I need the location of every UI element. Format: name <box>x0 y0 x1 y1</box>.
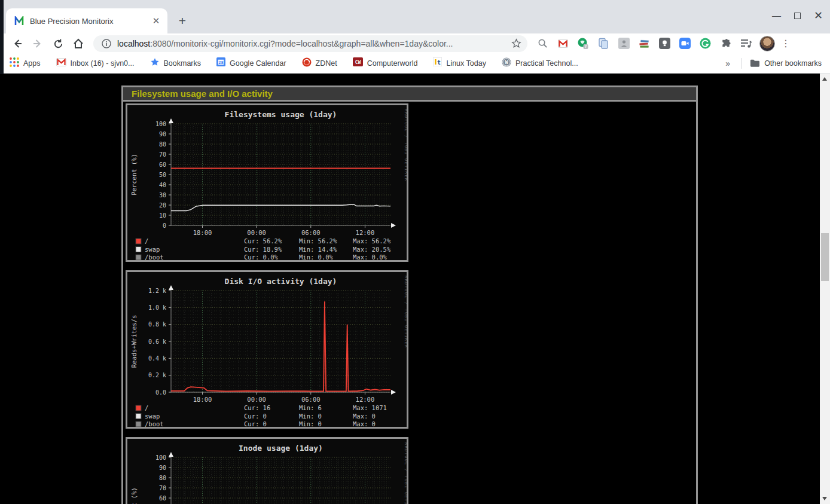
profile-avatar[interactable] <box>759 36 775 51</box>
bookmarks-overflow-icon[interactable]: » <box>725 59 730 68</box>
svg-text:70: 70 <box>159 151 166 158</box>
tab-title: Blue Precision Monitorix <box>30 17 151 26</box>
bookmark-label: Linux Today <box>446 59 486 68</box>
bookmark-item-cw[interactable]: CWComputerworld <box>353 57 418 69</box>
svg-text:RRDTOOL / TOBI OETIKER: RRDTOOL / TOBI OETIKER <box>404 109 407 181</box>
svg-text:06:00: 06:00 <box>301 229 321 236</box>
search-extension-icon[interactable] <box>536 37 549 50</box>
bookmark-item-zdnet[interactable]: ZDNet <box>302 57 337 69</box>
bookmarks-bar: AppsInbox (16) - sjvn0...Bookmarks28Goog… <box>0 53 830 74</box>
chart-panel-0[interactable]: 100908070605040302010018:0000:0006:0012:… <box>126 103 408 262</box>
chart-panel-1[interactable]: 1.2 k1.0 k0.8 k0.6 k0.4 k0.2 k0.018:0000… <box>126 270 408 429</box>
svg-text:0.4 k: 0.4 k <box>148 355 166 362</box>
bookmark-item-wordpress[interactable]: WPractical Technol... <box>502 57 578 69</box>
minimize-button[interactable]: — <box>772 11 781 20</box>
gmail-extension-icon[interactable] <box>556 37 569 50</box>
svg-text:12:00: 12:00 <box>356 229 375 236</box>
svg-text:swap: swap <box>145 413 160 420</box>
svg-text:Inode usage (1day): Inode usage (1day) <box>239 444 323 453</box>
svg-text:/: / <box>145 237 148 245</box>
svg-text:/boot: /boot <box>145 420 164 427</box>
chart-svg-2[interactable]: 100908070605040302010018:0000:0006:0012:… <box>127 439 407 504</box>
copy-extension-icon[interactable] <box>597 37 610 50</box>
svg-text:t: t <box>437 59 441 66</box>
bookmark-item-linuxtoday[interactable]: tLinux Today <box>433 57 486 69</box>
svg-text:RRDTOOL / TOBI OETIKER: RRDTOOL / TOBI OETIKER <box>404 442 407 504</box>
chart-svg-1[interactable]: 1.2 k1.0 k0.8 k0.6 k0.4 k0.2 k0.018:0000… <box>127 272 407 427</box>
page-content: Filesystem usage and I/O activity1009080… <box>0 74 830 504</box>
page-info-icon[interactable] <box>102 39 111 48</box>
svg-text:1.0 k: 1.0 k <box>148 304 166 311</box>
svg-text:/: / <box>145 404 148 411</box>
window-edge <box>0 0 4 74</box>
svg-text:Cur: 56.2%: Cur: 56.2% <box>244 237 282 245</box>
svg-text:Max: 0: Max: 0 <box>353 420 376 427</box>
svg-text:0.0: 0.0 <box>155 389 166 396</box>
svg-text:90: 90 <box>159 131 166 138</box>
svg-text:12:00: 12:00 <box>356 396 375 403</box>
browser-tab[interactable]: Blue Precision Monitorix ✕ <box>6 8 167 33</box>
bookmark-item-gmail[interactable]: Inbox (16) - sjvn0... <box>56 58 135 69</box>
svg-text:Min: 56.2%: Min: 56.2% <box>299 237 337 245</box>
puzzle-extension-icon[interactable] <box>719 37 732 50</box>
vertical-scrollbar[interactable] <box>820 74 830 504</box>
back-button[interactable] <box>7 37 28 50</box>
forward-button[interactable] <box>28 37 48 50</box>
svg-text:Disk I/O activity (1day): Disk I/O activity (1day) <box>225 277 337 286</box>
scrollbar-down-arrow[interactable] <box>822 497 827 500</box>
svg-text:Max: 0.0%: Max: 0.0% <box>353 253 387 260</box>
charts-grid: 100908070605040302010018:0000:0006:0012:… <box>123 102 696 504</box>
svg-text:Cur: 0: Cur: 0 <box>244 420 267 427</box>
grammarly-extension-icon[interactable] <box>698 37 712 50</box>
section-header: Filesystem usage and I/O activity <box>123 87 696 102</box>
chart-panel-2[interactable]: 100908070605040302010018:0000:0006:0012:… <box>126 437 408 504</box>
svg-text:Max: 0: Max: 0 <box>353 413 376 420</box>
svg-text:0.2 k: 0.2 k <box>148 372 166 378</box>
new-tab-button[interactable]: + <box>175 13 190 29</box>
bookmark-item-star[interactable]: Bookmarks <box>150 57 202 69</box>
voice-extension-icon[interactable]: ? <box>576 37 590 50</box>
keep-extension-icon[interactable] <box>658 37 671 50</box>
extensions-row: ? <box>536 37 752 50</box>
reload-button[interactable] <box>48 37 68 50</box>
svg-text:90: 90 <box>159 465 166 471</box>
bookmark-label: ZDNet <box>316 59 337 68</box>
url-text[interactable]: localhost:8080/monitorix-cgi/monitorix.c… <box>117 39 511 48</box>
address-bar[interactable]: localhost:8080/monitorix-cgi/monitorix.c… <box>93 35 527 52</box>
playlist-extension-icon[interactable] <box>739 37 752 50</box>
wordpress-icon: W <box>502 57 511 69</box>
url-host: localhost <box>117 39 150 48</box>
svg-text:W: W <box>505 59 508 65</box>
tab-strip: Blue Precision Monitorix ✕ + — ✕ <box>0 0 830 33</box>
camera-extension-icon[interactable] <box>678 37 691 50</box>
bookmark-item-apps[interactable]: Apps <box>10 57 41 69</box>
svg-text:100: 100 <box>155 121 166 127</box>
tab-close-icon[interactable]: ✕ <box>151 16 161 26</box>
bookmark-label: Inbox (16) - sjvn0... <box>71 59 135 68</box>
close-button[interactable]: ✕ <box>814 11 823 20</box>
bookmark-label: Apps <box>23 59 41 68</box>
bookmark-item-calendar[interactable]: 28Google Calendar <box>216 57 286 69</box>
chart-svg-0[interactable]: 100908070605040302010018:0000:0006:0012:… <box>127 105 407 260</box>
profile-box-extension-icon[interactable] <box>617 37 630 50</box>
books-extension-icon[interactable] <box>637 37 651 50</box>
browser-toolbar: localhost:8080/monitorix-cgi/monitorix.c… <box>0 33 830 53</box>
svg-text:Max: 1071: Max: 1071 <box>353 404 387 411</box>
maximize-button[interactable] <box>794 13 801 19</box>
monitorix-page: Filesystem usage and I/O activity1009080… <box>121 85 698 504</box>
svg-text:Percent (%): Percent (%) <box>130 154 138 196</box>
scrollbar-up-arrow[interactable] <box>822 77 827 81</box>
other-bookmarks-button[interactable]: Other bookmarks <box>750 59 822 68</box>
svg-text:/boot: /boot <box>145 253 164 260</box>
svg-text:?: ? <box>585 44 587 49</box>
scrollbar-thumb[interactable] <box>821 233 829 281</box>
bookmark-star-icon[interactable] <box>511 38 521 48</box>
svg-text:Min: 6: Min: 6 <box>299 404 322 411</box>
cw-icon: CW <box>353 57 363 69</box>
svg-text:60: 60 <box>159 495 166 502</box>
bookmark-label: Bookmarks <box>164 59 202 68</box>
browser-menu-icon[interactable]: ⋮ <box>775 38 797 49</box>
svg-text:18:00: 18:00 <box>193 229 212 236</box>
svg-text:50: 50 <box>159 172 166 178</box>
home-button[interactable] <box>68 37 89 50</box>
